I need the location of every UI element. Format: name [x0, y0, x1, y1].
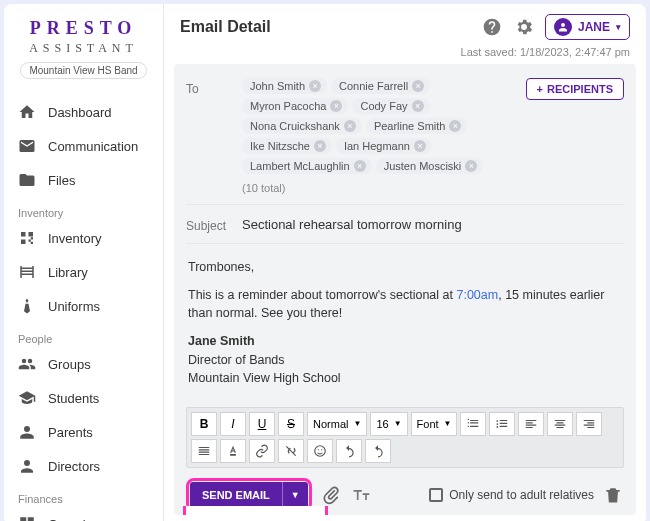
- nav-label: Dashboard: [48, 105, 112, 120]
- list-bullet-button[interactable]: [489, 412, 515, 436]
- nav-library[interactable]: Library: [4, 255, 163, 289]
- recipient-chip[interactable]: Ian Hegmann×: [336, 138, 432, 154]
- link-button[interactable]: [249, 439, 275, 463]
- nav-students[interactable]: Students: [4, 381, 163, 415]
- nav-files[interactable]: Files: [4, 163, 163, 197]
- recipient-chip[interactable]: Justen Mosciski×: [376, 158, 484, 174]
- section-finances: Finances: [4, 487, 163, 507]
- nav-label: Directors: [48, 459, 100, 474]
- color-button[interactable]: [220, 439, 246, 463]
- overview-icon: [18, 515, 36, 521]
- email-body[interactable]: Trombones, This is a reminder about tomo…: [186, 244, 624, 407]
- student-icon: [18, 389, 36, 407]
- help-icon[interactable]: [481, 16, 503, 38]
- nav-label: Overview: [48, 517, 102, 522]
- section-inventory: Inventory: [4, 201, 163, 221]
- bold-button[interactable]: B: [191, 412, 217, 436]
- user-name: JANE: [578, 20, 610, 34]
- send-dropdown-button[interactable]: ▼: [282, 482, 308, 508]
- nav-directors[interactable]: Directors: [4, 449, 163, 483]
- redo-button[interactable]: [365, 439, 391, 463]
- align-justify-button[interactable]: [191, 439, 217, 463]
- svg-point-0: [315, 446, 326, 457]
- nav-label: Inventory: [48, 231, 101, 246]
- body-greeting: Trombones,: [188, 258, 622, 276]
- remove-chip-icon[interactable]: ×: [412, 80, 424, 92]
- caret-icon: ▼: [394, 419, 402, 428]
- remove-chip-icon[interactable]: ×: [314, 140, 326, 152]
- editor-toolbar: B I U S Normal▼ 16▼ Font▼: [186, 407, 624, 468]
- section-people: People: [4, 327, 163, 347]
- nav-uniforms[interactable]: Uniforms: [4, 289, 163, 323]
- recipient-chip[interactable]: Pearline Smith×: [366, 118, 468, 134]
- remove-chip-icon[interactable]: ×: [465, 160, 477, 172]
- align-center-button[interactable]: [547, 412, 573, 436]
- nav-dashboard[interactable]: Dashboard: [4, 95, 163, 129]
- undo-button[interactable]: [336, 439, 362, 463]
- nav-communication[interactable]: Communication: [4, 129, 163, 163]
- recipient-chips: John Smith× Connie Farrell× Myron Pacoch…: [242, 78, 516, 194]
- delete-button[interactable]: [602, 484, 624, 506]
- signature-name: Jane Smith: [188, 334, 255, 348]
- emoji-button[interactable]: [307, 439, 333, 463]
- recipient-chip[interactable]: Ike Nitzsche×: [242, 138, 332, 154]
- gear-icon[interactable]: [513, 16, 535, 38]
- subject-row: Subject Sectional rehearsal tomorrow mor…: [186, 205, 624, 244]
- unlink-button[interactable]: [278, 439, 304, 463]
- add-recipients-button[interactable]: +RECIPIENTS: [526, 78, 624, 100]
- recipient-chip[interactable]: Connie Farrell×: [331, 78, 430, 94]
- font-select[interactable]: Font▼: [411, 412, 458, 436]
- recipient-chip[interactable]: John Smith×: [242, 78, 327, 94]
- logo: PRESTO ASSISTANT Mountain View HS Band: [4, 4, 163, 95]
- remove-chip-icon[interactable]: ×: [354, 160, 366, 172]
- send-email-button[interactable]: SEND EMAIL: [190, 482, 282, 508]
- adult-only-checkbox[interactable]: Only send to adult relatives: [429, 488, 594, 502]
- logo-line2: ASSISTANT: [14, 41, 153, 56]
- remove-chip-icon[interactable]: ×: [344, 120, 356, 132]
- signature-org: Mountain View High School: [188, 371, 341, 385]
- caret-icon: ▼: [353, 419, 361, 428]
- remove-chip-icon[interactable]: ×: [414, 140, 426, 152]
- schedule-icon: [198, 514, 214, 515]
- user-menu[interactable]: JANE ▾: [545, 14, 630, 40]
- recipient-chip[interactable]: Lambert McLaughlin×: [242, 158, 372, 174]
- nav-label: Groups: [48, 357, 91, 372]
- attachment-button[interactable]: [320, 484, 342, 506]
- size-select[interactable]: 16▼: [370, 412, 407, 436]
- mail-icon: [18, 137, 36, 155]
- recipient-chip[interactable]: Nona Cruickshank×: [242, 118, 362, 134]
- remove-chip-icon[interactable]: ×: [449, 120, 461, 132]
- tie-icon: [18, 297, 36, 315]
- align-right-button[interactable]: [576, 412, 602, 436]
- main: Email Detail JANE ▾ Last saved: 1/18/202…: [164, 4, 646, 521]
- body-line: This is a reminder about tomorrow's sect…: [188, 286, 622, 322]
- org-badge: Mountain View HS Band: [20, 62, 146, 79]
- style-select[interactable]: Normal▼: [307, 412, 367, 436]
- strike-button[interactable]: S: [278, 412, 304, 436]
- underline-button[interactable]: U: [249, 412, 275, 436]
- schedule-send-menu-item[interactable]: Schedule Send: [183, 506, 328, 515]
- recipient-total: (10 total): [242, 178, 516, 194]
- subject-input[interactable]: Sectional rehearsal tomorrow morning: [242, 217, 462, 232]
- recipient-chip[interactable]: Myron Pacocha×: [242, 98, 348, 114]
- remove-chip-icon[interactable]: ×: [412, 100, 424, 112]
- nav-inventory[interactable]: Inventory: [4, 221, 163, 255]
- italic-button[interactable]: I: [220, 412, 246, 436]
- svg-point-2: [321, 449, 322, 450]
- avatar-icon: [554, 18, 572, 36]
- book-icon: [18, 263, 36, 281]
- caret-icon: ▼: [444, 419, 452, 428]
- recipient-chip[interactable]: Cody Fay×: [352, 98, 429, 114]
- nav-finances-overview[interactable]: Overview: [4, 507, 163, 521]
- to-label: To: [186, 78, 232, 96]
- text-size-button[interactable]: [350, 484, 372, 506]
- time-link[interactable]: 7:00am: [456, 288, 498, 302]
- logo-line1: PRESTO: [14, 18, 153, 39]
- list-ordered-button[interactable]: [460, 412, 486, 436]
- nav-groups[interactable]: Groups: [4, 347, 163, 381]
- director-icon: [18, 457, 36, 475]
- align-left-button[interactable]: [518, 412, 544, 436]
- remove-chip-icon[interactable]: ×: [309, 80, 321, 92]
- nav-parents[interactable]: Parents: [4, 415, 163, 449]
- remove-chip-icon[interactable]: ×: [330, 100, 342, 112]
